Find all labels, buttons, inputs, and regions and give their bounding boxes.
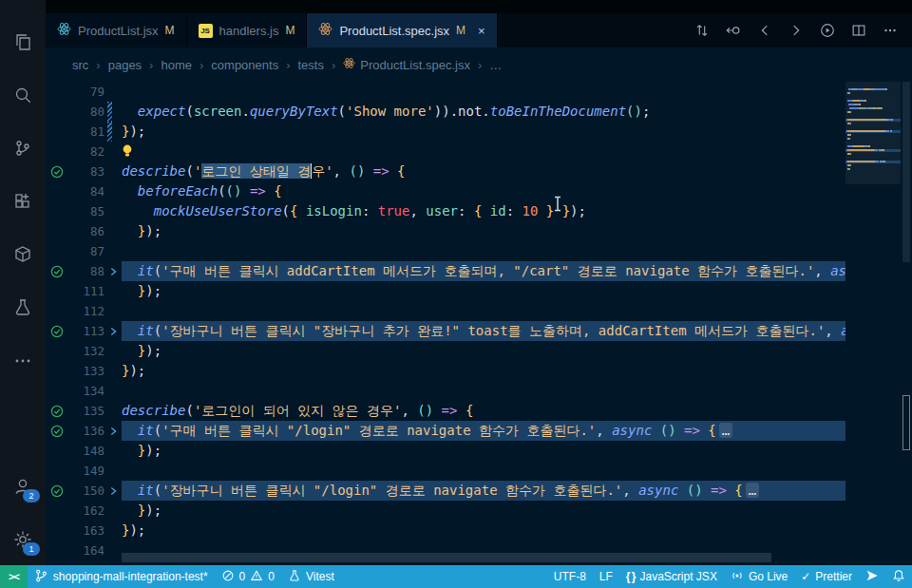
code-text[interactable]: });: [122, 341, 846, 361]
test-pass-icon[interactable]: [46, 161, 68, 181]
source-control-icon[interactable]: [11, 137, 34, 160]
code-text[interactable]: it('구매 버튼 클릭시 addCartItem 메서드가 호출되며, "/c…: [122, 261, 846, 281]
vertical-scrollbar-thumb[interactable]: [902, 82, 910, 262]
code-line[interactable]: 163});: [46, 521, 846, 541]
code-text[interactable]: });: [122, 221, 846, 241]
fold-chevron-icon[interactable]: [104, 261, 122, 281]
line-number[interactable]: 83: [68, 164, 104, 179]
test-pass-icon[interactable]: [46, 321, 68, 341]
vitest-item[interactable]: Vitest: [281, 565, 341, 588]
line-number[interactable]: 84: [68, 184, 104, 199]
code-line[interactable]: 150 it('장바구니 버튼 클릭시 "/login" 경로로 navigat…: [46, 481, 846, 501]
line-number[interactable]: 82: [68, 144, 104, 159]
fold-chevron-icon[interactable]: [104, 481, 122, 501]
breadcrumb-item[interactable]: components: [211, 58, 278, 72]
line-number[interactable]: 148: [68, 444, 104, 458]
code-line[interactable]: 83describe('로그인 상태일 경우', () => {: [46, 161, 846, 181]
breadcrumb-item[interactable]: home: [161, 58, 192, 72]
horizontal-scrollbar-thumb[interactable]: [122, 553, 771, 562]
open-changes-icon[interactable]: [725, 22, 742, 39]
tab-productlist-jsx[interactable]: ProductList.jsx M: [46, 13, 187, 47]
split-editor-icon[interactable]: [850, 22, 867, 39]
line-number[interactable]: 81: [68, 124, 104, 139]
code-text[interactable]: mockUseUserStore({ isLogin: true, user: …: [122, 201, 846, 221]
breadcrumb-item[interactable]: pages: [108, 58, 142, 72]
code-text[interactable]: });: [122, 122, 846, 142]
code-text[interactable]: it('구매 버튼 클릭시 "/login" 경로로 navigate 함수가 …: [122, 421, 846, 441]
code-text[interactable]: });: [122, 281, 846, 301]
notifications-bell[interactable]: [885, 565, 912, 588]
accounts-icon[interactable]: 2: [11, 475, 34, 498]
code-text[interactable]: });: [122, 361, 846, 381]
code-line[interactable]: 84 beforeEach(() => {: [46, 181, 846, 201]
line-number[interactable]: 87: [68, 244, 104, 258]
line-number[interactable]: 86: [68, 224, 104, 238]
line-number[interactable]: 162: [68, 503, 104, 518]
code-line[interactable]: 86 });: [46, 221, 846, 241]
remote-indicator[interactable]: ><: [0, 565, 28, 588]
breadcrumb-item[interactable]: src: [72, 58, 88, 72]
eol-item[interactable]: LF: [593, 565, 619, 588]
line-number[interactable]: 135: [68, 404, 104, 418]
line-number[interactable]: 79: [68, 85, 104, 99]
line-number[interactable]: 112: [68, 304, 104, 318]
code-text[interactable]: });: [122, 441, 846, 461]
code-text[interactable]: [122, 301, 846, 321]
code-text[interactable]: [122, 381, 846, 401]
code-line[interactable]: 133});: [46, 361, 846, 381]
code-text[interactable]: });: [122, 501, 846, 521]
code-line[interactable]: 111 });: [46, 281, 846, 301]
breadcrumb-item[interactable]: ProductList.spec.jsx: [343, 57, 470, 72]
line-number[interactable]: 88: [68, 264, 104, 278]
fold-chevron-icon[interactable]: [104, 421, 122, 441]
line-number[interactable]: 113: [68, 324, 104, 338]
extensions-icon[interactable]: [11, 190, 34, 213]
code-line[interactable]: 80 expect(screen.queryByText('Show more'…: [46, 102, 846, 122]
problems-item[interactable]: 0 0: [215, 565, 281, 588]
test-pass-icon[interactable]: [46, 421, 68, 441]
code-text[interactable]: [122, 461, 846, 481]
line-number[interactable]: 150: [68, 484, 104, 498]
code-line[interactable]: 162 });: [46, 501, 846, 521]
tab-productlist-spec-jsx[interactable]: ProductList.spec.jsx M ×: [307, 13, 497, 47]
next-change-icon[interactable]: [788, 22, 805, 39]
more-actions-icon[interactable]: [882, 22, 899, 39]
go-live-item[interactable]: Go Live: [724, 565, 794, 588]
quick-fix-lightbulb-icon[interactable]: [122, 144, 135, 158]
code-text[interactable]: [122, 142, 846, 161]
tab-handlers-js[interactable]: JS handlers.js M: [187, 13, 308, 47]
code-text[interactable]: beforeEach(() => {: [122, 181, 846, 201]
code-text[interactable]: [122, 82, 846, 102]
line-number[interactable]: 163: [68, 523, 104, 538]
code-line[interactable]: 112: [46, 301, 846, 321]
code-line[interactable]: 88 it('구매 버튼 클릭시 addCartItem 메서드가 호출되며, …: [46, 261, 846, 281]
fold-chevron-icon[interactable]: [104, 321, 122, 341]
code-line[interactable]: 135describe('로그인이 되어 있지 않은 경우', () => {: [46, 401, 846, 421]
code-text[interactable]: [122, 241, 846, 261]
package-icon[interactable]: [11, 243, 34, 266]
git-branch-item[interactable]: shopping-mall-integration-test*: [28, 565, 215, 588]
test-pass-icon[interactable]: [46, 481, 68, 501]
code-line[interactable]: 85 mockUseUserStore({ isLogin: true, use…: [46, 201, 846, 221]
settings-gear-icon[interactable]: 1: [11, 528, 34, 551]
code-text[interactable]: expect(screen.queryByText('Show more')).…: [122, 102, 846, 122]
code-text[interactable]: describe('로그인이 되어 있지 않은 경우', () => {: [122, 401, 846, 421]
language-item[interactable]: { } JavaScript JSX: [619, 565, 724, 588]
line-number[interactable]: 164: [68, 543, 104, 558]
search-icon[interactable]: [11, 84, 34, 106]
line-number[interactable]: 80: [68, 104, 104, 119]
code-text[interactable]: describe('로그인 상태일 경우', () => {: [122, 161, 846, 181]
code-line[interactable]: 136 it('구매 버튼 클릭시 "/login" 경로로 navigate …: [46, 421, 846, 441]
code-line[interactable]: 82: [46, 142, 846, 161]
code-text[interactable]: it('장바구니 버튼 클릭시 "/login" 경로로 navigate 함수…: [122, 481, 846, 501]
close-icon[interactable]: ×: [478, 24, 485, 38]
prettier-item[interactable]: ✓ Prettier: [794, 565, 859, 588]
code-line[interactable]: 148 });: [46, 441, 846, 461]
explorer-icon[interactable]: [11, 30, 34, 53]
breadcrumb-item[interactable]: tests: [298, 58, 324, 72]
editor[interactable]: 7980 expect(screen.queryByText('Show mor…: [46, 82, 912, 565]
encoding-item[interactable]: UTF-8: [547, 565, 593, 588]
line-number[interactable]: 133: [68, 364, 104, 378]
test-pass-icon[interactable]: [46, 401, 68, 421]
line-number[interactable]: 111: [68, 284, 104, 298]
